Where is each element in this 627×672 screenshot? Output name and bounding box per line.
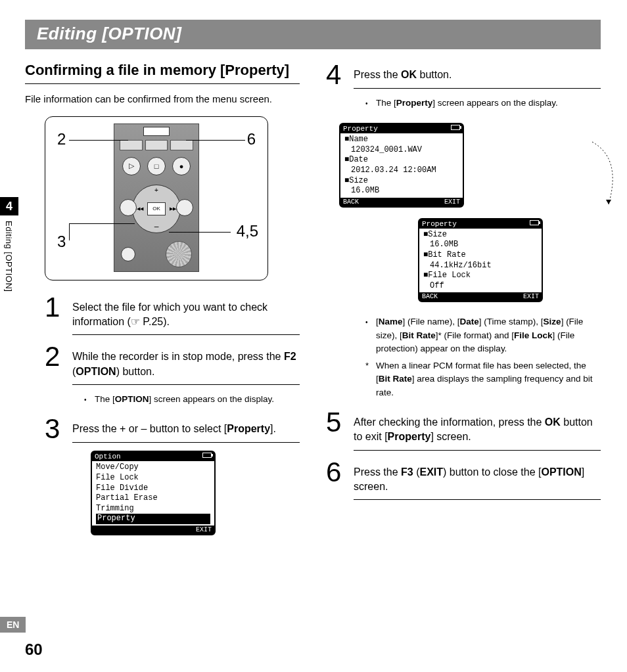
callout-3: 3 <box>57 233 66 251</box>
f1-button <box>120 140 143 150</box>
stop-button: □ <box>147 157 166 175</box>
intro-text: File information can be confirmed from t… <box>25 92 300 106</box>
callout-2: 2 <box>57 130 66 148</box>
rec-button: ● <box>172 157 191 175</box>
f3-button <box>170 140 193 150</box>
lower-button <box>121 247 135 261</box>
lcd-option-screen: Option Move/Copy File Lock File Divide P… <box>91 451 216 535</box>
chapter-header: Editing [OPTION] <box>25 20 601 49</box>
step-5: 5 After checking the information, press … <box>326 409 601 451</box>
callout-6: 6 <box>247 130 256 148</box>
lcd-property-screen-1: Property ■Name 120324_0001.WAV ■Date 201… <box>339 123 464 208</box>
menu-item: Move/Copy <box>96 462 210 473</box>
menu-item: Partial Erase <box>96 493 210 504</box>
battery-icon <box>530 220 539 225</box>
chapter-number-tab: 4 <box>0 197 18 215</box>
f2-button <box>145 140 168 150</box>
step-text: Press the + or – button to select [Prope… <box>72 415 300 443</box>
side-button-left <box>120 199 137 216</box>
battery-icon <box>451 125 460 130</box>
ok-button: OK <box>147 202 166 215</box>
chapter-label-vertical: Editing [OPTION] <box>0 221 14 292</box>
step-text: Select the file for which you want to ch… <box>72 294 300 336</box>
prop-label: ■File Lock <box>423 271 538 281</box>
dial: + – I◀◀ ▶▶I OK <box>132 185 181 233</box>
step-text: After checking the information, press th… <box>354 409 601 451</box>
prop-value: 16.0MB <box>344 186 459 196</box>
prop-label: ■Bit Rate <box>423 250 538 261</box>
prop-label: ■Date <box>344 155 459 166</box>
step-number: 6 <box>326 459 344 501</box>
prop-value: 120324_0001.WAV <box>344 145 459 156</box>
callout-45: 4,5 <box>237 222 258 240</box>
menu-item-selected: Property <box>96 514 210 524</box>
step-2-note: The [OPTION] screen appears on the displ… <box>25 393 300 406</box>
step-3: 3 Press the + or – button to select [Pro… <box>25 415 300 443</box>
property-fields-note: [Name] (File name), [Date] (Time stamp),… <box>326 315 601 399</box>
prop-value: 44.1kHz/16bit <box>423 261 538 271</box>
side-button-right <box>176 199 193 216</box>
volume-knob <box>166 241 192 267</box>
menu-item: File Lock <box>96 473 210 483</box>
step-4-note: The [Property] screen appears on the dis… <box>326 97 601 110</box>
sidebar-tab: 4 Editing [OPTION] <box>0 197 18 292</box>
menu-item: File Divide <box>96 483 210 494</box>
prop-label: ■Size <box>423 230 538 240</box>
prop-value: Off <box>423 281 538 292</box>
menu-item: Trimming <box>96 504 210 514</box>
prop-value: 2012.03.24 12:00AM <box>344 166 459 176</box>
device-body: ▷ □ ● + – I◀◀ ▶▶I OK <box>114 123 199 272</box>
lcd-property-screen-2: Property ■Size 16.0MB ■Bit Rate 44.1kHz/… <box>418 218 543 303</box>
minus-label: – <box>154 222 159 231</box>
step-text: Press the F3 (EXIT) button to close the … <box>354 459 601 501</box>
step-text: Press the OK button. <box>354 61 601 89</box>
step-number: 3 <box>45 415 63 443</box>
left-column: Confirming a file in memory [Property] F… <box>25 61 300 542</box>
step-number: 1 <box>45 294 63 336</box>
battery-icon <box>202 453 212 458</box>
page-number: 60 <box>25 640 43 659</box>
prop-label: ■Name <box>344 135 459 145</box>
language-tab: EN <box>0 617 26 633</box>
right-column: 4 Press the OK button. The [Property] sc… <box>326 61 601 542</box>
dotted-arrow-icon <box>589 139 627 211</box>
section-heading: Confirming a file in memory [Property] <box>25 61 300 84</box>
device-lcd <box>143 127 170 136</box>
step-2: 2 While the recorder is in stop mode, pr… <box>25 343 300 385</box>
step-number: 5 <box>326 409 344 451</box>
plus-label: + <box>154 187 158 194</box>
prop-label: ■Size <box>344 176 459 187</box>
step-6: 6 Press the F3 (EXIT) button to close th… <box>326 459 601 501</box>
step-4: 4 Press the OK button. <box>326 61 601 89</box>
step-text: While the recorder is in stop mode, pres… <box>72 343 300 385</box>
step-number: 2 <box>45 343 63 385</box>
prop-value: 16.0MB <box>423 240 538 250</box>
step-1: 1 Select the file for which you want to … <box>25 294 300 336</box>
play-button: ▷ <box>122 157 141 175</box>
step-number: 4 <box>326 61 344 89</box>
device-diagram: ▷ □ ● + – I◀◀ ▶▶I OK <box>45 116 268 280</box>
